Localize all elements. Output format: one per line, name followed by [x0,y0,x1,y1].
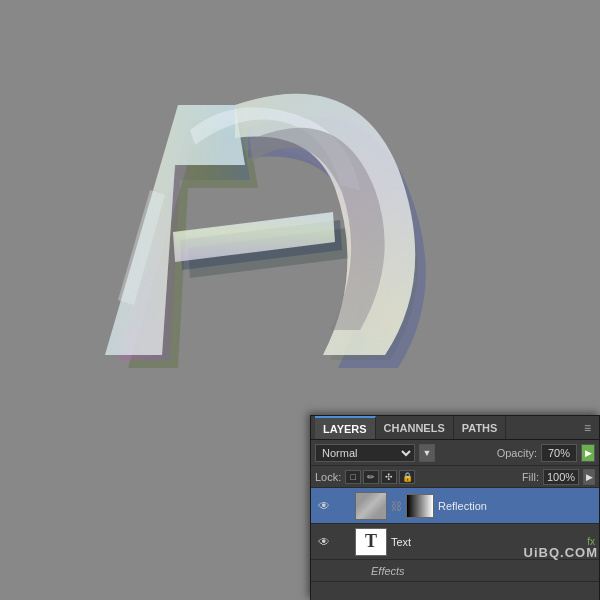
chain-icon: ⛓ [391,500,402,512]
panel-menu-icon[interactable]: ≡ [580,419,595,437]
layer-item-reflection[interactable]: 👁 ⛓ Reflection [311,488,599,524]
fill-expand-arrow[interactable]: ▶ [583,469,595,485]
ps-panel: LAYERS CHANNELS PATHS ≡ Normal Dissolve … [310,415,600,600]
tab-layers[interactable]: LAYERS [315,416,376,439]
effects-row: Effects [311,560,599,582]
layer-name-reflection: Reflection [438,500,595,512]
fill-label: Fill: [522,471,539,483]
watermark: UiBQ.COM [524,545,598,560]
layer-link-icon [337,497,351,515]
blend-opacity-row: Normal Dissolve Multiply Screen Overlay … [311,440,599,466]
layer-visibility-reflection[interactable]: 👁 [315,497,333,515]
tab-paths[interactable]: PATHS [454,416,507,439]
opacity-expand-arrow[interactable]: ▶ [581,444,595,462]
panel-tabs: LAYERS CHANNELS PATHS ≡ [311,416,599,440]
blend-mode-arrow[interactable]: ▼ [419,444,435,462]
lock-move-icon[interactable]: ✣ [381,470,397,484]
opacity-label: Opacity: [497,447,537,459]
layer-mask-thumbnail [406,494,434,518]
layer-link-icon-text [337,533,351,551]
letter-graphic [30,10,550,430]
layer-visibility-text[interactable]: 👁 [315,533,333,551]
lock-transparency-icon[interactable]: □ [345,470,361,484]
layer-list: 👁 ⛓ Reflection 👁 T Text fx Effects [311,488,599,600]
lock-fill-row: Lock: □ ✏ ✣ 🔒 Fill: 100% ▶ [311,466,599,488]
effects-label: Effects [371,565,405,577]
lock-icons-group: □ ✏ ✣ 🔒 [345,470,415,484]
fill-value[interactable]: 100% [543,469,579,485]
opacity-value[interactable]: 70% [541,444,577,462]
layer-thumbnail-text: T [355,528,387,556]
tab-channels[interactable]: CHANNELS [376,416,454,439]
lock-all-icon[interactable]: 🔒 [399,470,415,484]
lock-paint-icon[interactable]: ✏ [363,470,379,484]
layer-thumbnail-reflection [355,492,387,520]
blend-mode-select[interactable]: Normal Dissolve Multiply Screen Overlay [315,444,415,462]
lock-label: Lock: [315,471,341,483]
